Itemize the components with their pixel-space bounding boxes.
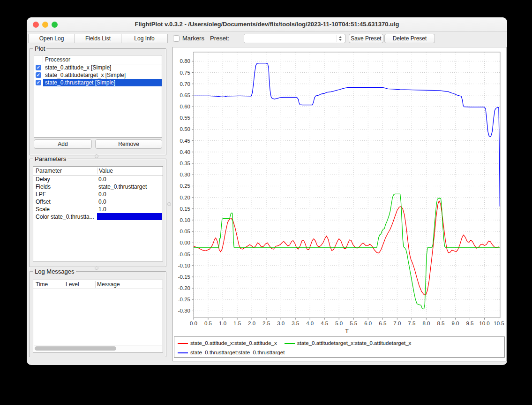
chevron-down-icon xyxy=(339,39,342,41)
y-tick-label: 0.80 xyxy=(180,58,190,64)
y-tick-label: -0.10 xyxy=(178,263,190,268)
parameters-table[interactable]: Parameter Value Delay0.0Fieldsstate_0.th… xyxy=(33,166,163,261)
parameter-row[interactable]: Scale1.0 xyxy=(33,206,163,213)
checkbox-checked-icon[interactable]: ✓ xyxy=(36,72,41,78)
x-tick-label: 9.0 xyxy=(451,321,459,326)
parameter-value: 0.0 xyxy=(98,176,163,183)
markers-checkbox[interactable] xyxy=(173,35,180,42)
vertical-splitter-handle[interactable] xyxy=(167,202,171,206)
y-tick-label: 0.10 xyxy=(180,217,190,223)
flightplot-window: FlightPlot v.0.3.2 - /Users/oleg/Documen… xyxy=(27,17,507,365)
log-messages-group-title: Log Messages xyxy=(33,268,76,275)
x-tick-label: 5.0 xyxy=(335,321,343,326)
y-tick-label: -0.05 xyxy=(178,252,190,257)
splitter-handle[interactable] xyxy=(95,266,98,270)
x-axis-label: T xyxy=(345,328,349,335)
plot-group-title: Plot xyxy=(33,45,46,52)
y-tick-label: 0.15 xyxy=(180,206,190,212)
x-tick-label: 10.5 xyxy=(494,321,504,326)
plot-series-row[interactable]: ✓state_0.attitudetarget_x [Simple] xyxy=(34,71,162,79)
x-tick-label: 2.5 xyxy=(262,321,270,326)
y-tick-label: 0.35 xyxy=(180,160,190,166)
plot-series-row[interactable]: ✓state_0.attitude_x [Simple] xyxy=(34,64,162,71)
series-state_0.thrusttarget:state_0.thrusttarget xyxy=(194,63,500,206)
legend-item: state_0.thrusttarget:state_0.thrusttarge… xyxy=(178,348,285,357)
combobox-stepper-icon[interactable] xyxy=(337,35,344,42)
series-state_0.attitudetarget_x:state_0.attitudetarget_x xyxy=(194,194,500,309)
log-info-button[interactable]: Log Info xyxy=(121,34,168,43)
plot-group: Plot Processor ✓state_0.attitude_x [Simp… xyxy=(29,48,166,155)
parameter-value: 0.0 xyxy=(98,198,163,206)
x-tick-label: 4.5 xyxy=(321,321,328,326)
chevron-up-icon xyxy=(339,36,342,38)
delete-preset-button[interactable]: Delete Preset xyxy=(384,34,435,43)
y-tick-label: 0.50 xyxy=(180,126,190,132)
preset-combobox[interactable] xyxy=(244,34,345,43)
color-swatch[interactable] xyxy=(97,213,162,220)
parameter-name: Scale xyxy=(33,206,97,213)
splitter-handle[interactable] xyxy=(95,154,98,158)
open-log-button[interactable]: Open Log xyxy=(28,34,75,43)
x-tick-label: 1.5 xyxy=(233,321,241,326)
plot-series-label: state_0.thrusttarget [Simple] xyxy=(43,79,162,86)
legend-label: state_0.thrusttarget:state_0.thrusttarge… xyxy=(190,350,285,355)
y-tick-label: 0.00 xyxy=(180,240,190,245)
plot-table-header: Processor xyxy=(34,55,162,64)
chart-panel: -0.30-0.25-0.20-0.15-0.10-0.050.000.050.… xyxy=(172,47,507,361)
log-table-header: Time Level Message xyxy=(33,280,163,289)
y-tick-label: 0.30 xyxy=(180,172,190,177)
x-tick-label: 3.5 xyxy=(292,321,299,326)
plot-series-label: state_0.attitudetarget_x [Simple] xyxy=(43,71,162,79)
checkbox-checked-icon[interactable]: ✓ xyxy=(36,65,41,70)
y-tick-label: 0.45 xyxy=(180,138,190,144)
checkbox-checked-icon[interactable]: ✓ xyxy=(36,80,41,85)
title-bar[interactable]: FlightPlot v.0.3.2 - /Users/oleg/Documen… xyxy=(27,17,507,32)
x-tick-label: 6.5 xyxy=(379,321,386,326)
x-tick-label: 6.0 xyxy=(364,321,372,326)
column-header-level: Level xyxy=(66,280,79,289)
plot-series-table[interactable]: Processor ✓state_0.attitude_x [Simple]✓s… xyxy=(34,55,162,138)
log-messages-table[interactable]: Time Level Message xyxy=(33,280,163,352)
column-header-value: Value xyxy=(99,167,113,175)
chart-legend: state_0.attitude_x:state_0.attitude_xsta… xyxy=(174,336,505,358)
x-tick-label: 5.5 xyxy=(350,321,357,326)
horizontal-scrollbar[interactable] xyxy=(34,345,162,352)
x-tick-label: 3.0 xyxy=(277,321,285,326)
flight-chart[interactable]: -0.30-0.25-0.20-0.15-0.10-0.050.000.050.… xyxy=(173,47,506,336)
parameter-row[interactable]: Offset0.0 xyxy=(33,198,163,206)
parameter-row[interactable]: LPF0.0 xyxy=(33,191,163,198)
parameter-name: Color state_0.thrustta... xyxy=(33,213,97,221)
column-header-processor: Processor xyxy=(45,55,70,64)
y-tick-label: 0.60 xyxy=(180,104,190,109)
scrollbar-thumb[interactable] xyxy=(35,346,116,351)
markers-label: Markers xyxy=(182,34,204,43)
legend-line-sample-icon xyxy=(285,343,295,344)
save-preset-button[interactable]: Save Preset xyxy=(349,34,383,43)
y-tick-label: 0.70 xyxy=(180,81,190,87)
parameter-value: state_0.thrusttarget xyxy=(98,183,163,191)
y-tick-label: 0.05 xyxy=(180,229,190,234)
x-tick-label: 7.0 xyxy=(393,321,401,326)
legend-line-sample-icon xyxy=(178,352,188,353)
legend-item: state_0.attitudetarget_x:state_0.attitud… xyxy=(285,338,412,348)
y-tick-label: -0.20 xyxy=(178,285,190,291)
x-tick-label: 8.5 xyxy=(437,321,444,326)
y-tick-label: 0.20 xyxy=(180,195,190,200)
preset-label: Preset: xyxy=(210,34,229,43)
plot-series-label: state_0.attitude_x [Simple] xyxy=(43,64,162,71)
remove-button[interactable]: Remove xyxy=(95,139,162,149)
parameter-row[interactable]: Color state_0.thrustta... xyxy=(33,213,163,221)
x-tick-label: 4.0 xyxy=(306,321,314,326)
add-button[interactable]: Add xyxy=(34,139,92,149)
x-tick-label: 8.0 xyxy=(422,321,430,326)
parameter-row[interactable]: Fieldsstate_0.thrusttarget xyxy=(33,183,163,191)
parameter-row[interactable]: Delay0.0 xyxy=(33,176,163,183)
series-state_0.attitude_x:state_0.attitude_x xyxy=(194,201,500,295)
legend-line-sample-icon xyxy=(178,343,188,344)
x-tick-label: 10.0 xyxy=(479,321,489,326)
log-messages-group: Log Messages Time Level Message xyxy=(29,271,166,357)
y-tick-label: -0.25 xyxy=(178,297,190,302)
fields-list-button[interactable]: Fields List xyxy=(75,34,121,43)
y-tick-label: 0.75 xyxy=(180,70,190,76)
plot-series-row[interactable]: ✓state_0.thrusttarget [Simple] xyxy=(34,79,162,86)
